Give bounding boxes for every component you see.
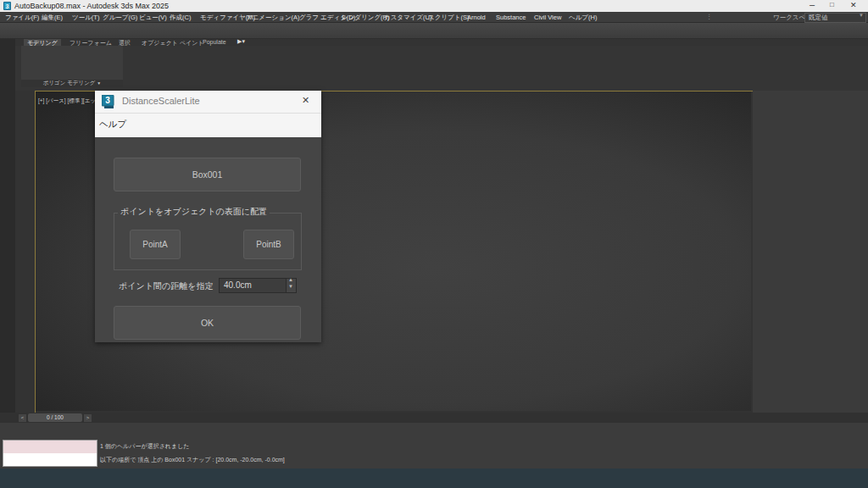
svg-text:3: 3: [6, 3, 9, 9]
svg-text:3: 3: [105, 96, 110, 105]
svg-text:[+] [パース] [標準 ][エッ: [+] [パース] [標準 ][エッ: [38, 97, 96, 104]
